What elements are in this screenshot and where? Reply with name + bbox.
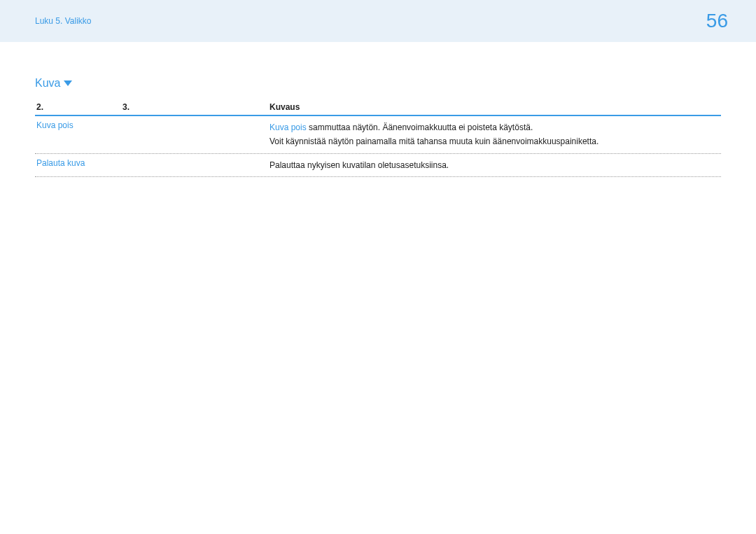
desc-text-line1: sammuttaa näytön. Äänenvoimakkuutta ei p…	[307, 122, 533, 132]
breadcrumb: Luku 5. Valikko	[35, 16, 92, 26]
row-description: Kuva pois sammuttaa näytön. Äänenvoimakk…	[270, 120, 721, 149]
column-header-2: 2.	[35, 102, 122, 112]
section-title[interactable]: Kuva	[35, 77, 721, 90]
section-title-text: Kuva	[35, 77, 60, 90]
content-area: Kuva 2. 3. Kuvaus Kuva pois Kuva pois sa…	[0, 42, 756, 177]
row-label: Kuva pois	[35, 120, 270, 149]
table-header-row: 2. 3. Kuvaus	[35, 102, 721, 116]
row-description: Palauttaa nykyisen kuvatilan oletusasetu…	[270, 158, 721, 172]
desc-text-line2: Voit käynnistää näytön painamalla mitä t…	[270, 136, 598, 146]
column-header-description: Kuvaus	[270, 102, 721, 112]
column-header-3: 3.	[122, 102, 270, 112]
header-bar: Luku 5. Valikko 56	[0, 0, 756, 42]
table-row: Palauta kuva Palauttaa nykyisen kuvatila…	[35, 154, 721, 177]
row-label: Palauta kuva	[35, 158, 270, 172]
menu-table: 2. 3. Kuvaus Kuva pois Kuva pois sammutt…	[35, 102, 721, 177]
chevron-down-icon	[64, 80, 72, 86]
page-number: 56	[706, 10, 728, 32]
desc-accent-text: Kuva pois	[270, 122, 307, 132]
table-row: Kuva pois Kuva pois sammuttaa näytön. Ää…	[35, 116, 721, 154]
